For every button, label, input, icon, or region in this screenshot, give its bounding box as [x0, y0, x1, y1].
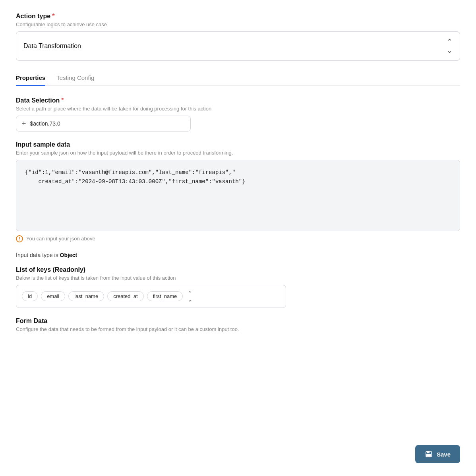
input-sample-subtitle: Enter your sample json on how the input …: [16, 150, 460, 156]
keys-container: id email last_name created_at first_name…: [16, 285, 286, 308]
json-textarea[interactable]: {"id":1,"email":"vasanth@fireapis.com","…: [16, 160, 460, 231]
data-selection-section: Data Selection * Select a path or place …: [16, 97, 460, 132]
input-sample-text: Input sample data: [16, 141, 70, 148]
action-type-section: Action type * Configurable logics to ach…: [16, 13, 460, 61]
data-selection-required: *: [61, 97, 64, 104]
list-of-keys-text: List of keys (Readonly): [16, 266, 85, 273]
action-type-text: Action type: [16, 13, 50, 20]
json-content: {"id":1,"email":"vasanth@fireapis.com","…: [25, 168, 451, 187]
data-selection-input[interactable]: + $action.73.0: [16, 116, 191, 132]
key-tag-email: email: [41, 291, 65, 301]
form-data-section: Form Data Configure the data that needs …: [16, 317, 460, 332]
datatype-value: Object: [60, 252, 77, 258]
action-type-value: Data Transformation: [23, 43, 81, 50]
tab-testing-config[interactable]: Testing Config: [56, 70, 94, 86]
tabs-container: Properties Testing Config: [16, 70, 460, 86]
key-tag-last-name: last_name: [68, 291, 104, 301]
save-icon: [425, 450, 433, 458]
key-tag-first-name: first_name: [147, 291, 183, 301]
info-hint-text: You can input your json above: [26, 236, 95, 242]
list-of-keys-section: List of keys (Readonly) Below is the lis…: [16, 266, 460, 308]
svg-rect-2: [426, 454, 431, 457]
form-data-subtitle: Configure the data that needs to be form…: [16, 326, 460, 332]
save-label: Save: [437, 451, 451, 458]
action-type-label: Action type *: [16, 13, 460, 20]
key-tag-id: id: [22, 291, 38, 301]
data-selection-subtitle: Select a path or place where the data wi…: [16, 106, 460, 112]
keys-chevron-icon: ⌃⌄: [188, 290, 192, 303]
key-tag-created-at: created_at: [107, 291, 143, 301]
info-icon: !: [16, 235, 23, 242]
data-selection-label: Data Selection *: [16, 97, 460, 104]
info-hint: ! You can input your json above: [16, 235, 460, 242]
form-data-label: Form Data: [16, 317, 460, 325]
action-type-subtitle: Configurable logics to achieve use case: [16, 21, 460, 27]
data-selection-text: Data Selection: [16, 97, 60, 104]
save-button[interactable]: Save: [415, 445, 460, 463]
data-selection-value: $action.73.0: [30, 120, 60, 127]
plus-icon: +: [22, 120, 26, 127]
action-type-select[interactable]: Data Transformation ⌃⌄: [16, 31, 460, 61]
svg-rect-1: [427, 451, 430, 453]
tab-properties[interactable]: Properties: [16, 70, 45, 86]
input-sample-data-section: Input sample data Enter your sample json…: [16, 141, 460, 242]
list-of-keys-label: List of keys (Readonly): [16, 266, 460, 273]
save-button-container: Save: [415, 445, 460, 463]
list-of-keys-subtitle: Below is the list of keys that is taken …: [16, 275, 460, 281]
input-data-type-line: Input data type is Object: [16, 252, 460, 258]
datatype-prefix: Input data type is: [16, 252, 58, 258]
action-type-required: *: [52, 13, 54, 20]
chevron-updown-icon: ⌃⌄: [447, 37, 453, 55]
form-data-text: Form Data: [16, 317, 47, 325]
input-sample-label: Input sample data: [16, 141, 460, 148]
